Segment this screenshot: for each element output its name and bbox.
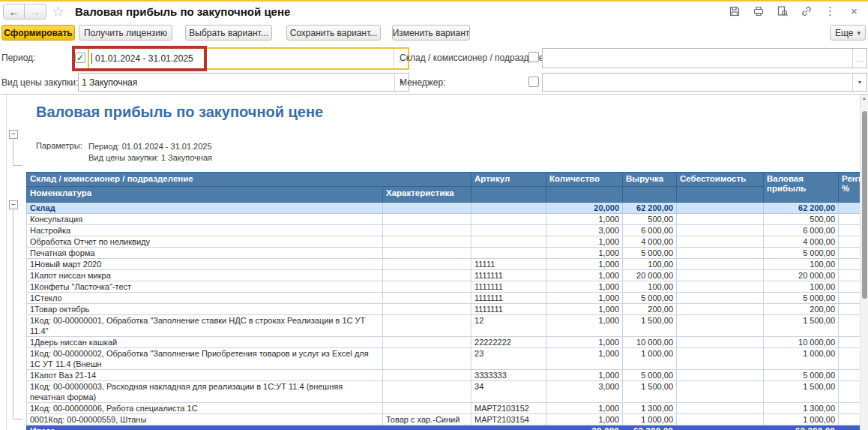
cell-qty[interactable]: 20,000 bbox=[546, 203, 623, 214]
total-qty[interactable]: 20,000 bbox=[546, 425, 623, 430]
cell-qty[interactable]: 1,000 bbox=[546, 414, 623, 425]
cell-qty[interactable]: 3,000 bbox=[546, 381, 623, 403]
cell-revenue[interactable]: 5 000,00 bbox=[623, 293, 677, 304]
cell-nomenclature[interactable]: 1Стекло bbox=[27, 293, 383, 304]
cell-article[interactable] bbox=[471, 203, 546, 214]
cell-cost[interactable] bbox=[677, 293, 764, 304]
cell-profit[interactable]: 100,00 bbox=[764, 259, 839, 270]
warehouse-input[interactable]: ... bbox=[542, 48, 867, 68]
more-menu-icon[interactable]: ⋮ bbox=[824, 5, 837, 17]
cell-margin[interactable] bbox=[839, 348, 861, 370]
warehouse-select-button[interactable]: ... bbox=[852, 49, 867, 68]
cell-profit[interactable]: 5 000,00 bbox=[764, 293, 839, 304]
cell-margin[interactable] bbox=[839, 293, 861, 304]
cell-characteristic[interactable] bbox=[383, 270, 471, 281]
warehouse-checkbox[interactable] bbox=[528, 52, 539, 62]
cell-profit[interactable]: 1 500,00 bbox=[764, 315, 839, 337]
cell-qty[interactable]: 1,000 bbox=[546, 348, 623, 370]
cell-nomenclature[interactable]: Настройка bbox=[27, 225, 383, 236]
cell-revenue[interactable]: 100,00 bbox=[623, 259, 677, 270]
cell-nomenclature[interactable]: 1Новый март 2020 bbox=[27, 259, 383, 270]
cell-article[interactable] bbox=[471, 214, 546, 225]
manager-checkbox[interactable] bbox=[528, 77, 539, 87]
cell-revenue[interactable]: 100,00 bbox=[623, 281, 677, 293]
cell-nomenclature[interactable]: 1Капот ниссан микра bbox=[27, 270, 383, 281]
cell-article[interactable]: МАРТ2103154 bbox=[471, 414, 546, 425]
total-characteristic[interactable] bbox=[383, 425, 471, 430]
cell-nomenclature[interactable]: Склад bbox=[27, 203, 383, 214]
total-margin[interactable] bbox=[839, 425, 861, 430]
cell-profit[interactable]: 1 000,00 bbox=[764, 414, 839, 425]
cell-characteristic[interactable] bbox=[383, 203, 471, 214]
cell-article[interactable]: 1111111 bbox=[471, 293, 546, 304]
manager-combo[interactable]: ▾ bbox=[542, 73, 867, 92]
cell-characteristic[interactable] bbox=[383, 381, 471, 403]
cell-margin[interactable] bbox=[839, 304, 861, 315]
save-variant-button[interactable]: Сохранить вариант... bbox=[286, 25, 381, 41]
cell-profit[interactable]: 1 300,00 bbox=[764, 403, 839, 414]
cell-characteristic[interactable] bbox=[383, 337, 471, 348]
cell-profit[interactable]: 100,00 bbox=[764, 281, 839, 293]
cell-cost[interactable] bbox=[677, 236, 764, 248]
cell-nomenclature[interactable]: 1Код: 00-00000002, Обработка "Заполнение… bbox=[27, 348, 383, 370]
cell-characteristic[interactable] bbox=[383, 236, 471, 248]
print-icon[interactable] bbox=[752, 5, 765, 17]
cell-cost[interactable] bbox=[677, 203, 764, 214]
close-icon[interactable]: × bbox=[848, 5, 861, 17]
cell-article[interactable]: 12 bbox=[471, 315, 546, 337]
cell-revenue[interactable]: 4 000,00 bbox=[623, 236, 677, 248]
cell-cost[interactable] bbox=[677, 403, 764, 414]
cell-article[interactable]: 23 bbox=[471, 348, 546, 370]
vertical-scrollbar[interactable]: ▲ bbox=[860, 95, 868, 430]
cell-cost[interactable] bbox=[677, 414, 764, 425]
cell-characteristic[interactable] bbox=[383, 293, 471, 304]
cell-margin[interactable] bbox=[839, 248, 861, 259]
generate-button[interactable]: Сформировать bbox=[1, 25, 75, 41]
cell-nomenclature[interactable]: Консультация bbox=[27, 214, 383, 225]
cell-qty[interactable]: 1,000 bbox=[546, 281, 623, 293]
cell-profit[interactable]: 1 000,00 bbox=[764, 348, 839, 370]
cell-qty[interactable]: 1,000 bbox=[546, 248, 623, 259]
forward-button[interactable]: → bbox=[25, 4, 46, 20]
save-icon[interactable] bbox=[728, 5, 741, 17]
cell-margin[interactable] bbox=[839, 203, 861, 214]
cell-characteristic[interactable] bbox=[383, 370, 471, 381]
cell-article[interactable]: 1111111 bbox=[471, 304, 546, 315]
period-checkbox[interactable]: ✓ bbox=[75, 53, 85, 63]
cell-revenue[interactable]: 5 000,00 bbox=[623, 370, 677, 381]
cell-margin[interactable] bbox=[839, 337, 861, 348]
cell-revenue[interactable]: 5 000,00 bbox=[623, 248, 677, 259]
cell-margin[interactable] bbox=[839, 403, 861, 414]
cell-characteristic[interactable] bbox=[383, 225, 471, 236]
cell-profit[interactable]: 500,00 bbox=[764, 214, 839, 225]
cell-nomenclature[interactable]: 1Код: 00-00000006, Работа специалиста 1С bbox=[27, 403, 383, 414]
cell-characteristic[interactable] bbox=[383, 315, 471, 337]
cell-profit[interactable]: 6 000,00 bbox=[764, 225, 839, 236]
cell-profit[interactable]: 10 000,00 bbox=[764, 337, 839, 348]
cell-cost[interactable] bbox=[677, 348, 764, 370]
edit-variant-button[interactable]: Изменить вариант bbox=[392, 25, 470, 41]
cell-article[interactable] bbox=[471, 248, 546, 259]
cell-profit[interactable]: 200,00 bbox=[764, 304, 839, 315]
total-label[interactable]: Итого bbox=[27, 425, 383, 430]
scroll-up-icon[interactable]: ▲ bbox=[861, 95, 868, 101]
link-icon[interactable] bbox=[800, 5, 813, 17]
cell-qty[interactable]: 1,000 bbox=[546, 214, 623, 225]
cell-characteristic[interactable] bbox=[383, 214, 471, 225]
cell-characteristic[interactable] bbox=[383, 304, 471, 315]
cell-qty[interactable]: 1,000 bbox=[546, 304, 623, 315]
cell-characteristic[interactable] bbox=[383, 348, 471, 370]
cell-qty[interactable]: 1,000 bbox=[546, 259, 623, 270]
cell-nomenclature[interactable]: 1Код: 00-00000001, Обработка "Заполнение… bbox=[27, 315, 383, 337]
cell-margin[interactable] bbox=[839, 270, 861, 281]
cell-qty[interactable]: 3,000 bbox=[546, 225, 623, 236]
cell-nomenclature[interactable]: Обработка Отчет по неликвиду bbox=[27, 236, 383, 248]
cell-margin[interactable] bbox=[839, 214, 861, 225]
manager-dropdown-icon[interactable]: ▾ bbox=[852, 74, 867, 91]
cell-cost[interactable] bbox=[677, 248, 764, 259]
cell-cost[interactable] bbox=[677, 259, 764, 270]
cell-revenue[interactable]: 10 000,00 bbox=[623, 337, 677, 348]
cell-article[interactable]: 34 bbox=[471, 381, 546, 403]
cell-cost[interactable] bbox=[677, 304, 764, 315]
cell-profit[interactable]: 5 000,00 bbox=[764, 248, 839, 259]
